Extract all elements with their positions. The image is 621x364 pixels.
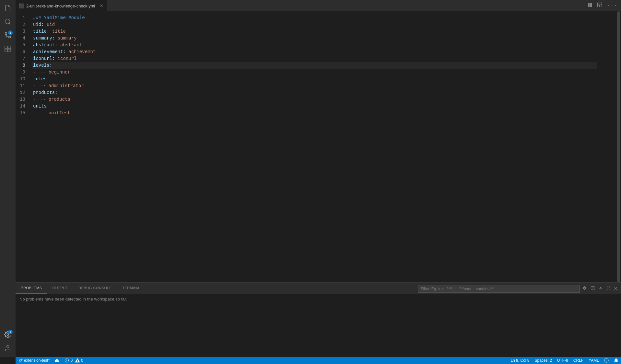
feedback-icon[interactable] xyxy=(602,357,611,364)
tab-output[interactable]: OUTPUT xyxy=(47,282,74,294)
extensions-icon[interactable] xyxy=(2,43,13,54)
position-text: Ln 8, Col 8 xyxy=(510,358,529,363)
status-right: Ln 8, Col 8 Spaces: 2 UTF-8 CRLF YAML xyxy=(508,357,621,364)
code-line-4: summary: summary xyxy=(32,35,621,42)
svg-point-0 xyxy=(5,19,10,24)
panel-right-controls: × xyxy=(415,284,621,294)
cursor-position[interactable]: Ln 8, Col 8 xyxy=(508,357,532,364)
source-control-icon[interactable]: 1 xyxy=(2,30,13,41)
errors-status[interactable]: 0 0 xyxy=(62,357,86,364)
status-left: extension-test* 0 0 xyxy=(16,357,86,364)
sync-status[interactable]: extension-test* xyxy=(16,357,52,364)
tab-label: 2-unit-text-and-knowledge-check.yml xyxy=(26,4,95,8)
notification-bell[interactable] xyxy=(611,357,621,364)
filter-settings-icon[interactable] xyxy=(581,285,588,293)
language-text: YAML xyxy=(589,358,599,363)
panel: PROBLEMS OUTPUT DEBUG CONSOLE TERMINAL xyxy=(16,282,621,357)
language-mode[interactable]: YAML xyxy=(586,357,602,364)
svg-rect-6 xyxy=(5,49,7,52)
active-tab[interactable]: ⬛ 2-unit-text-and-knowledge-check.yml × xyxy=(16,0,107,11)
line-numbers: 1 2 3 4 5 6 7 8 9 10 11 12 13 14 15 xyxy=(16,11,32,282)
code-line-14: units: xyxy=(32,103,621,110)
layout-icon[interactable] xyxy=(596,1,603,10)
code-line-9: · · ·- beginner xyxy=(32,69,621,76)
tab-problems[interactable]: PROBLEMS xyxy=(16,282,47,294)
warnings-count: 0 xyxy=(81,358,83,363)
line-num-7: 7 xyxy=(16,55,29,62)
svg-point-8 xyxy=(7,334,9,336)
code-line-1: ### YamlMime:Module xyxy=(32,15,621,21)
tab-close-button[interactable]: × xyxy=(99,3,104,9)
line-num-14: 14 xyxy=(16,103,29,110)
split-editor-icon[interactable] xyxy=(586,1,594,10)
code-line-3: title: title xyxy=(32,28,621,35)
search-icon[interactable] xyxy=(2,16,13,27)
editor-area: 1 2 3 4 5 6 7 8 9 10 11 12 13 14 15 ### … xyxy=(16,11,621,282)
line-num-8: 8 xyxy=(16,62,29,69)
code-line-6: achievement: achievemnt xyxy=(32,49,621,55)
svg-line-1 xyxy=(9,23,10,24)
code-line-5: abstract: abstract xyxy=(32,42,621,49)
line1-content: ### YamlMime:Module xyxy=(33,15,85,21)
svg-point-3 xyxy=(5,33,7,35)
code-line-2: uid: uid xyxy=(32,21,621,28)
line-num-3: 3 xyxy=(16,28,29,35)
line-ending[interactable]: CRLF xyxy=(571,357,586,364)
panel-tab-bar: PROBLEMS OUTPUT DEBUG CONSOLE TERMINAL xyxy=(16,283,621,294)
line-num-5: 5 xyxy=(16,42,29,49)
svg-point-9 xyxy=(6,346,9,348)
more-actions-icon[interactable]: ··· xyxy=(605,2,618,10)
spaces-text: Spaces: 2 xyxy=(534,358,552,363)
code-line-7: iconUrl: iconUrl xyxy=(32,55,621,62)
tab-file-icon: ⬛ xyxy=(19,3,24,8)
code-line-11: · · ·- administrator xyxy=(32,83,621,89)
tab-bar: ⬛ 2-unit-text-and-knowledge-check.yml × … xyxy=(16,0,621,11)
account-icon[interactable] xyxy=(2,343,13,354)
line-num-9: 9 xyxy=(16,69,29,76)
line-num-6: 6 xyxy=(16,49,29,55)
settings-badge: 1 xyxy=(8,330,13,334)
svg-rect-4 xyxy=(5,46,7,49)
code-line-15: · · ·- unitTest xyxy=(32,110,621,117)
source-control-badge: 1 xyxy=(8,30,13,35)
line-num-1: 1 xyxy=(16,15,29,21)
maximize-panel-icon[interactable] xyxy=(605,285,612,293)
svg-point-10 xyxy=(604,358,608,362)
status-bar: extension-test* 0 0 Ln 8, Col 8 xyxy=(16,357,621,364)
code-line-10: roles: xyxy=(32,76,621,83)
code-line-13: · · ·- products xyxy=(32,96,621,103)
encoding-text: UTF-8 xyxy=(557,358,568,363)
scrollbar-track[interactable] xyxy=(616,11,621,282)
no-problems-text: No problems have been detected in the wo… xyxy=(19,297,127,301)
copy-panel-icon[interactable] xyxy=(589,285,596,293)
code-editor[interactable]: ### YamlMime:Module uid: uid title: titl… xyxy=(32,11,621,282)
line-num-2: 2 xyxy=(16,21,29,28)
tab-terminal[interactable]: TERMINAL xyxy=(117,282,147,294)
line-num-15: 15 xyxy=(16,110,29,117)
cloud-status[interactable] xyxy=(52,357,62,364)
svg-rect-7 xyxy=(8,49,11,52)
line-num-13: 13 xyxy=(16,96,29,103)
code-line-12: products: xyxy=(32,89,621,96)
project-name: extension-test* xyxy=(24,358,50,363)
activity-bar: 1 1 xyxy=(0,0,16,357)
tab-debug-console[interactable]: DEBUG CONSOLE xyxy=(73,282,117,294)
files-icon[interactable] xyxy=(2,3,13,14)
settings-icon[interactable]: 1 xyxy=(2,329,13,340)
line-ending-text: CRLF xyxy=(573,358,583,363)
close-panel-icon[interactable]: × xyxy=(613,285,618,293)
errors-count: 0 xyxy=(70,358,73,363)
file-encoding[interactable]: UTF-8 xyxy=(555,357,571,364)
main-container: ⬛ 2-unit-text-and-knowledge-check.yml × … xyxy=(16,0,621,364)
line-num-12: 12 xyxy=(16,89,29,96)
panel-filter-input[interactable] xyxy=(418,285,580,293)
panel-content: No problems have been detected in the wo… xyxy=(16,294,621,357)
line-num-11: 11 xyxy=(16,83,29,89)
code-line-8: levels: xyxy=(32,62,621,69)
chevron-up-icon[interactable] xyxy=(597,285,604,293)
minimap xyxy=(597,11,616,282)
line-num-10: 10 xyxy=(16,76,29,83)
scrollbar-thumb[interactable] xyxy=(617,11,620,282)
svg-point-2 xyxy=(9,36,11,38)
indent-size[interactable]: Spaces: 2 xyxy=(532,357,554,364)
